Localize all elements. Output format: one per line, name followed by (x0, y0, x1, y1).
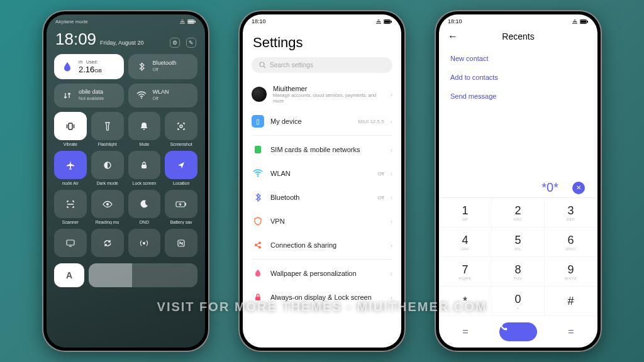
chevron-right-icon: › (391, 270, 392, 277)
mobile-data-tile[interactable]: obile dataNot available (54, 84, 124, 107)
chevron-right-icon: › (391, 146, 392, 153)
connection-row[interactable]: Connection & sharing › (243, 233, 401, 257)
wallpaper-row[interactable]: Wallpaper & personalization › (243, 261, 401, 285)
moon-icon (128, 190, 161, 218)
battery-icon (165, 190, 197, 218)
key-3[interactable]: 3DEF (545, 198, 597, 228)
data-usage-tile[interactable]: rh Used: 2.16GB (54, 54, 124, 79)
status-right (179, 19, 196, 24)
lockscreen-toggle[interactable]: Lock screen (128, 151, 161, 185)
edit-icon[interactable]: ✎ (186, 38, 196, 48)
search-input[interactable]: Search settings (252, 57, 392, 73)
key-star[interactable]: * (439, 287, 492, 316)
cast-icon (54, 229, 87, 257)
svg-rect-4 (69, 123, 72, 129)
call-button[interactable] (499, 322, 537, 341)
svg-rect-16 (391, 21, 392, 23)
svg-rect-25 (580, 20, 586, 23)
vpn-row[interactable]: VPN › (243, 209, 401, 233)
flashlight-toggle[interactable]: Flashlight (91, 112, 124, 146)
status-bar: Airplane mode (47, 14, 205, 26)
bluetooth-icon (135, 60, 148, 74)
key-7[interactable]: 7PQRS (439, 257, 492, 287)
key-6[interactable]: 6MNO (545, 228, 597, 257)
account-row[interactable]: MiuithemerManage accounts, cloud service… (243, 79, 401, 109)
auto-brightness-button[interactable]: A (54, 263, 84, 287)
avatar (252, 87, 267, 102)
extra-toggle-1[interactable] (54, 229, 87, 259)
scanner-toggle[interactable]: Scanner (54, 190, 87, 224)
status-bar: 18:10 (439, 14, 597, 26)
bell-icon (128, 112, 161, 140)
status-left: Airplane mode (55, 19, 88, 25)
chevron-right-icon: › (391, 194, 392, 201)
darkmode-toggle[interactable]: Dark mode (91, 151, 124, 185)
chevron-right-icon: › (391, 242, 392, 249)
airplane-toggle[interactable]: node Air (54, 151, 87, 185)
status-right (572, 19, 589, 24)
location-icon (165, 151, 197, 179)
aod-row[interactable]: Always-on display & Lock screen › (243, 285, 401, 309)
svg-rect-1 (188, 20, 194, 23)
mobile-data-icon (60, 89, 74, 102)
svg-point-21 (258, 242, 261, 244)
svg-rect-26 (587, 21, 589, 23)
menu-left-button[interactable]: = (439, 326, 492, 337)
chevron-right-icon: › (391, 218, 392, 225)
back-button[interactable]: ← (448, 31, 460, 42)
clock-time: 18:09 (55, 30, 96, 49)
key-hash[interactable]: # (545, 287, 597, 316)
send-message-link[interactable]: Send message (450, 87, 586, 106)
vpn-icon (252, 215, 264, 228)
chevron-right-icon: › (391, 118, 392, 125)
reading-toggle[interactable]: Reading mo (91, 190, 124, 224)
new-contact-link[interactable]: New contact (450, 50, 586, 69)
bluetooth-tile[interactable]: BluetoothOff (128, 54, 198, 79)
status-time: 18:10 (252, 18, 266, 25)
location-toggle[interactable]: Location (165, 151, 197, 185)
extra-toggle-4[interactable] (165, 229, 197, 259)
add-contacts-link[interactable]: Add to contacts (450, 69, 586, 87)
menu-right-button[interactable]: = (545, 326, 597, 337)
key-4[interactable]: 4GHI (439, 228, 492, 257)
chevron-right-icon: › (391, 91, 392, 98)
extra-toggle-3[interactable] (128, 229, 161, 259)
svg-point-19 (257, 175, 258, 177)
key-2[interactable]: 2ABC (492, 198, 545, 228)
settings-icon[interactable]: ⚙ (170, 38, 180, 48)
key-9[interactable]: 9WXYZ (545, 257, 597, 287)
vibrate-toggle[interactable]: Vibrate (54, 112, 87, 146)
key-5[interactable]: 5JKL (492, 228, 545, 257)
sim-row[interactable]: SIM cards & mobile networks › (243, 138, 401, 162)
svg-rect-11 (67, 240, 74, 245)
extra-toggle-2[interactable] (91, 229, 124, 259)
lock-icon (252, 291, 264, 304)
wlan-row[interactable]: WLAN Off › (243, 162, 401, 185)
status-bar: 18:10 (243, 14, 401, 26)
status-time: 18:10 (448, 18, 462, 25)
sync-icon (91, 229, 124, 257)
svg-rect-15 (384, 20, 390, 23)
backspace-button[interactable]: ✕ (572, 182, 585, 194)
battery-saver-toggle[interactable]: Battery sav (165, 190, 197, 224)
svg-point-22 (258, 246, 261, 249)
search-icon (259, 62, 266, 69)
dnd-toggle[interactable]: DND (128, 190, 161, 224)
sim-icon (252, 143, 264, 156)
key-1[interactable]: 1QP (439, 198, 492, 228)
status-right (375, 19, 392, 24)
screenshot-toggle[interactable]: Screenshot (165, 112, 197, 146)
clock-date: Friday, August 20 (100, 40, 164, 46)
svg-point-17 (260, 62, 264, 67)
mute-toggle[interactable]: Mute (128, 112, 161, 146)
wifi-icon (252, 167, 264, 180)
cc-header: 18:09 Friday, August 20 ⚙ ✎ (47, 26, 205, 54)
key-0[interactable]: 0+ (492, 287, 545, 316)
wlan-tile[interactable]: WLANOff (128, 84, 198, 107)
my-device-row[interactable]: ▯ My device MIUI 12.5.5 › (243, 109, 401, 133)
settings-title: Settings (243, 26, 401, 57)
key-8[interactable]: 8TUV (492, 257, 545, 287)
brightness-slider[interactable] (89, 263, 197, 287)
svg-rect-7 (142, 165, 147, 168)
bluetooth-row[interactable]: Bluetooth Off › (243, 185, 401, 209)
